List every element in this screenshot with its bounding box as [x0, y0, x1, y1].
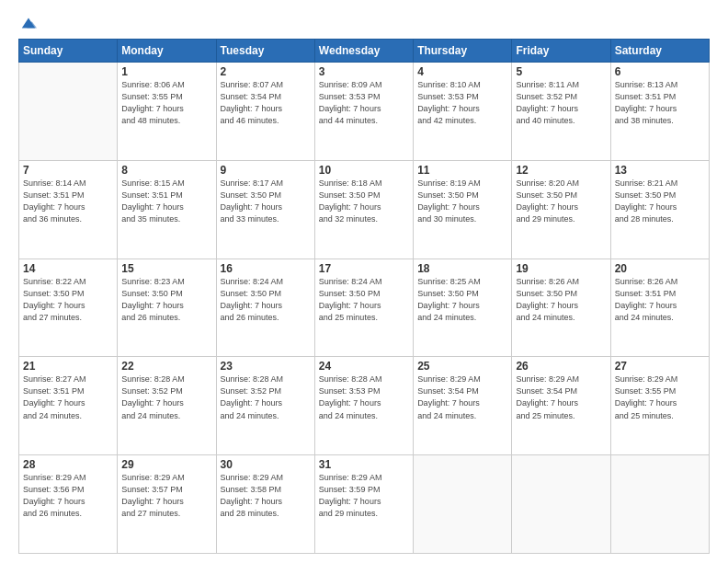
- sunrise-text: Sunrise: 8:22 AM: [23, 276, 113, 288]
- calendar-header-row: SundayMondayTuesdayWednesdayThursdayFrid…: [19, 40, 710, 63]
- daylight-text-cont: and 48 minutes.: [121, 115, 211, 127]
- sunrise-text: Sunrise: 8:25 AM: [417, 276, 507, 288]
- calendar-cell: 20Sunrise: 8:26 AMSunset: 3:51 PMDayligh…: [610, 259, 709, 357]
- sunset-text: Sunset: 3:52 PM: [516, 91, 606, 103]
- calendar-cell: 31Sunrise: 8:29 AMSunset: 3:59 PMDayligh…: [314, 455, 413, 554]
- cell-day-number: 20: [615, 262, 705, 275]
- sunset-text: Sunset: 3:50 PM: [516, 288, 606, 300]
- day-header-friday: Friday: [512, 40, 610, 63]
- cell-info: Sunrise: 8:23 AMSunset: 3:50 PMDaylight:…: [121, 276, 211, 324]
- daylight-text: Daylight: 7 hours: [23, 201, 113, 213]
- sunrise-text: Sunrise: 8:14 AM: [23, 178, 113, 190]
- daylight-text: Daylight: 7 hours: [221, 496, 311, 508]
- calendar-week-3: 14Sunrise: 8:22 AMSunset: 3:50 PMDayligh…: [19, 259, 710, 357]
- sunset-text: Sunset: 3:54 PM: [417, 385, 507, 397]
- cell-day-number: 3: [319, 65, 409, 78]
- calendar-cell: 18Sunrise: 8:25 AMSunset: 3:50 PMDayligh…: [414, 259, 512, 357]
- calendar-cell: 25Sunrise: 8:29 AMSunset: 3:54 PMDayligh…: [414, 357, 512, 455]
- daylight-text: Daylight: 7 hours: [319, 300, 409, 312]
- cell-day-number: 31: [319, 458, 409, 471]
- daylight-text-cont: and 26 minutes.: [221, 312, 311, 324]
- sunrise-text: Sunrise: 8:19 AM: [417, 178, 507, 190]
- cell-day-number: 4: [417, 65, 507, 78]
- cell-day-number: 26: [516, 360, 606, 373]
- sunset-text: Sunset: 3:51 PM: [23, 190, 113, 201]
- day-header-tuesday: Tuesday: [216, 40, 314, 63]
- sunrise-text: Sunrise: 8:21 AM: [615, 178, 705, 190]
- cell-info: Sunrise: 8:24 AMSunset: 3:50 PMDaylight:…: [319, 276, 409, 324]
- cell-info: Sunrise: 8:29 AMSunset: 3:55 PMDaylight:…: [615, 373, 705, 421]
- sunset-text: Sunset: 3:50 PM: [417, 288, 507, 300]
- calendar-cell: 27Sunrise: 8:29 AMSunset: 3:55 PMDayligh…: [610, 357, 709, 455]
- calendar-cell: 19Sunrise: 8:26 AMSunset: 3:50 PMDayligh…: [512, 259, 610, 357]
- cell-day-number: 10: [319, 164, 409, 177]
- sunrise-text: Sunrise: 8:18 AM: [319, 178, 409, 190]
- cell-info: Sunrise: 8:20 AMSunset: 3:50 PMDaylight:…: [516, 178, 606, 225]
- daylight-text-cont: and 26 minutes.: [23, 508, 113, 520]
- calendar-cell: 1Sunrise: 8:06 AMSunset: 3:55 PMDaylight…: [118, 63, 216, 161]
- cell-info: Sunrise: 8:18 AMSunset: 3:50 PMDaylight:…: [319, 178, 409, 225]
- sunset-text: Sunset: 3:55 PM: [615, 385, 705, 397]
- calendar-cell: 13Sunrise: 8:21 AMSunset: 3:50 PMDayligh…: [610, 160, 709, 259]
- sunset-text: Sunset: 3:50 PM: [221, 288, 311, 300]
- day-header-saturday: Saturday: [610, 40, 709, 63]
- cell-info: Sunrise: 8:29 AMSunset: 3:57 PMDaylight:…: [121, 472, 211, 520]
- daylight-text-cont: and 42 minutes.: [417, 115, 507, 127]
- sunset-text: Sunset: 3:50 PM: [516, 190, 606, 201]
- sunrise-text: Sunrise: 8:29 AM: [121, 472, 211, 484]
- cell-day-number: 5: [516, 65, 606, 78]
- cell-info: Sunrise: 8:26 AMSunset: 3:51 PMDaylight:…: [615, 276, 705, 324]
- sunset-text: Sunset: 3:50 PM: [615, 190, 705, 201]
- cell-info: Sunrise: 8:11 AMSunset: 3:52 PMDaylight:…: [516, 79, 606, 127]
- cell-info: Sunrise: 8:19 AMSunset: 3:50 PMDaylight:…: [417, 178, 507, 225]
- sunset-text: Sunset: 3:52 PM: [121, 385, 211, 397]
- sunrise-text: Sunrise: 8:15 AM: [121, 178, 211, 190]
- cell-info: Sunrise: 8:21 AMSunset: 3:50 PMDaylight:…: [615, 178, 705, 225]
- sunset-text: Sunset: 3:56 PM: [23, 484, 113, 496]
- calendar: SundayMondayTuesdayWednesdayThursdayFrid…: [18, 39, 710, 554]
- daylight-text-cont: and 30 minutes.: [417, 213, 507, 225]
- daylight-text-cont: and 32 minutes.: [319, 213, 409, 225]
- calendar-cell: 10Sunrise: 8:18 AMSunset: 3:50 PMDayligh…: [314, 160, 413, 259]
- calendar-cell: 8Sunrise: 8:15 AMSunset: 3:51 PMDaylight…: [118, 160, 216, 259]
- sunrise-text: Sunrise: 8:28 AM: [221, 373, 311, 385]
- cell-day-number: 19: [516, 262, 606, 275]
- daylight-text-cont: and 44 minutes.: [319, 115, 409, 127]
- sunset-text: Sunset: 3:53 PM: [319, 91, 409, 103]
- header: [18, 15, 710, 31]
- calendar-cell: 24Sunrise: 8:28 AMSunset: 3:53 PMDayligh…: [314, 357, 413, 455]
- calendar-week-5: 28Sunrise: 8:29 AMSunset: 3:56 PMDayligh…: [19, 455, 710, 554]
- daylight-text-cont: and 24 minutes.: [615, 312, 705, 324]
- day-header-wednesday: Wednesday: [314, 40, 413, 63]
- sunset-text: Sunset: 3:58 PM: [221, 484, 311, 496]
- sunrise-text: Sunrise: 8:26 AM: [516, 276, 606, 288]
- sunrise-text: Sunrise: 8:29 AM: [615, 373, 705, 385]
- daylight-text: Daylight: 7 hours: [121, 300, 211, 312]
- cell-info: Sunrise: 8:28 AMSunset: 3:52 PMDaylight:…: [221, 373, 311, 421]
- cell-info: Sunrise: 8:10 AMSunset: 3:53 PMDaylight:…: [417, 79, 507, 127]
- daylight-text-cont: and 35 minutes.: [121, 213, 211, 225]
- daylight-text: Daylight: 7 hours: [319, 201, 409, 213]
- daylight-text: Daylight: 7 hours: [121, 201, 211, 213]
- cell-info: Sunrise: 8:28 AMSunset: 3:53 PMDaylight:…: [319, 373, 409, 421]
- daylight-text: Daylight: 7 hours: [23, 300, 113, 312]
- daylight-text: Daylight: 7 hours: [417, 397, 507, 409]
- cell-day-number: 27: [615, 360, 705, 373]
- cell-day-number: 23: [221, 360, 311, 373]
- cell-day-number: 14: [23, 262, 113, 275]
- sunset-text: Sunset: 3:52 PM: [221, 385, 311, 397]
- calendar-cell: 16Sunrise: 8:24 AMSunset: 3:50 PMDayligh…: [216, 259, 314, 357]
- sunset-text: Sunset: 3:54 PM: [516, 385, 606, 397]
- cell-day-number: 30: [221, 458, 311, 471]
- sunrise-text: Sunrise: 8:06 AM: [121, 79, 211, 91]
- daylight-text: Daylight: 7 hours: [417, 103, 507, 115]
- daylight-text-cont: and 25 minutes.: [516, 410, 606, 422]
- daylight-text: Daylight: 7 hours: [516, 103, 606, 115]
- sunset-text: Sunset: 3:51 PM: [615, 288, 705, 300]
- daylight-text: Daylight: 7 hours: [615, 201, 705, 213]
- cell-day-number: 2: [221, 65, 311, 78]
- sunrise-text: Sunrise: 8:29 AM: [23, 472, 113, 484]
- sunset-text: Sunset: 3:50 PM: [23, 288, 113, 300]
- sunset-text: Sunset: 3:55 PM: [121, 91, 211, 103]
- sunrise-text: Sunrise: 8:09 AM: [319, 79, 409, 91]
